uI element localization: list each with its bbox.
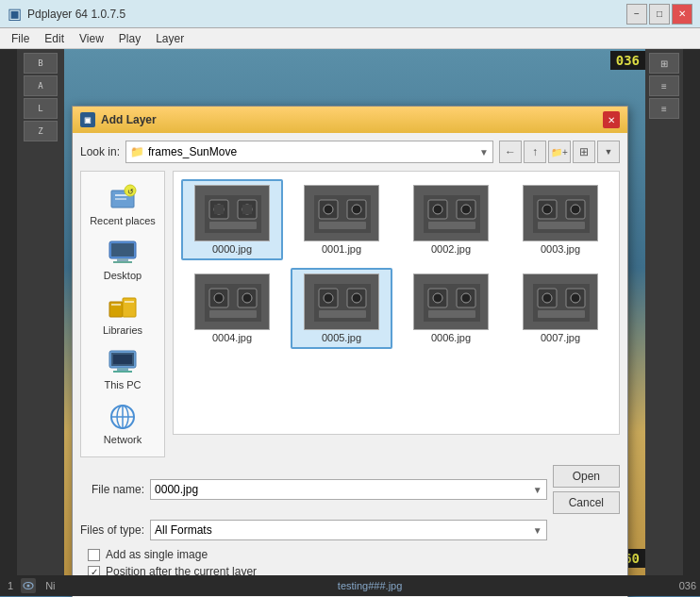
svg-point-81 <box>27 585 30 588</box>
current-filename: testing###.jpg <box>65 580 675 591</box>
svg-point-57 <box>214 293 224 303</box>
svg-rect-42 <box>428 222 475 229</box>
svg-rect-56 <box>209 310 257 318</box>
sidebar-item-this-pc[interactable]: This PC <box>85 343 160 394</box>
svg-rect-77 <box>538 310 585 318</box>
nav-back-button[interactable]: ← <box>499 141 522 163</box>
svg-point-65 <box>352 293 361 303</box>
sidebar-item-desktop[interactable]: Desktop <box>85 234 160 285</box>
lookin-chevron-icon: ▼ <box>479 147 489 158</box>
file-thumb-0006 <box>413 274 489 330</box>
nav-view2-button[interactable]: ▼ <box>597 141 620 163</box>
nav-up-button[interactable]: ↑ <box>524 141 546 163</box>
recent-places-icon: ↺ <box>108 183 138 213</box>
svg-rect-70 <box>428 310 475 318</box>
svg-point-50 <box>542 205 552 214</box>
menu-view[interactable]: View <box>72 30 111 47</box>
svg-rect-26 <box>209 222 257 229</box>
minimize-button[interactable]: − <box>626 4 647 25</box>
svg-rect-7 <box>113 261 132 263</box>
filetype-value: All Formats <box>155 523 212 537</box>
maximize-button[interactable]: □ <box>649 4 670 25</box>
file-label-0004: 0004.jpg <box>212 332 252 343</box>
sidebar-item-libraries[interactable]: Libraries <box>85 289 160 340</box>
lookin-select[interactable]: 📁 frames_SunMove ▼ <box>125 141 493 163</box>
svg-rect-30 <box>242 205 252 214</box>
svg-rect-11 <box>111 304 121 306</box>
dialog-title: Add Layer <box>101 113 157 126</box>
file-label-0007: 0007.jpg <box>541 332 580 343</box>
filetype-label: Files of type: <box>80 523 144 537</box>
svg-text:↺: ↺ <box>127 188 134 196</box>
button-area: Open Cancel <box>553 465 620 514</box>
svg-rect-49 <box>538 222 585 229</box>
filename-label: File name: <box>80 483 144 496</box>
sidebar-this-pc-label: This PC <box>104 379 141 390</box>
open-button[interactable]: Open <box>553 465 620 488</box>
svg-point-44 <box>461 205 471 214</box>
svg-point-64 <box>324 293 333 303</box>
svg-rect-15 <box>117 368 128 371</box>
menu-file[interactable]: File <box>4 30 37 47</box>
menu-play[interactable]: Play <box>111 30 148 47</box>
filetype-input[interactable]: All Formats ▼ <box>150 520 547 540</box>
content-area: ↺ Recent places <box>80 171 620 457</box>
file-label-0003: 0003.jpg <box>541 243 580 255</box>
menu-layer[interactable]: Layer <box>148 30 192 47</box>
file-thumb-0005 <box>304 274 379 330</box>
lookin-value: frames_SunMove <box>148 145 237 158</box>
desktop-icon <box>108 238 138 268</box>
svg-rect-29 <box>214 205 224 214</box>
eye-icon[interactable] <box>21 578 36 593</box>
menu-bar: File Edit View Play Layer <box>0 28 700 49</box>
sidebar-item-recent-places[interactable]: ↺ Recent places <box>85 179 160 230</box>
nav-new-folder-button[interactable]: 📁+ <box>548 141 571 163</box>
svg-rect-35 <box>319 222 366 229</box>
checkbox-row-single-image: Add as single image <box>88 548 620 561</box>
svg-point-51 <box>571 205 580 214</box>
lookin-row: Look in: 📁 frames_SunMove ▼ ← ↑ 📁+ ⊞ ▼ <box>80 141 620 163</box>
file-item-0007[interactable]: 0007.jpg <box>509 268 611 349</box>
sidebar-libraries-label: Libraries <box>103 324 142 336</box>
cancel-button[interactable]: Cancel <box>553 491 620 514</box>
file-item-0006[interactable]: 0006.jpg <box>400 268 502 349</box>
svg-point-58 <box>242 293 252 303</box>
file-sidebar: ↺ Recent places <box>80 171 165 457</box>
svg-point-79 <box>571 293 580 303</box>
svg-rect-17 <box>113 355 132 364</box>
svg-rect-16 <box>113 371 132 373</box>
file-item-0005[interactable]: 0005.jpg <box>291 268 392 349</box>
sidebar-network-label: Network <box>104 434 142 445</box>
sidebar-desktop-label: Desktop <box>104 270 142 281</box>
main-area: B A L Z ⊞ ≡ ≡ 360 036 ▣ Add Layer ✕ <box>0 49 700 596</box>
frame-number: 1 <box>4 580 17 591</box>
lookin-folder-icon: 📁 <box>130 145 144 158</box>
single-image-label: Add as single image <box>106 548 208 561</box>
close-button[interactable]: ✕ <box>672 4 692 25</box>
file-item-0001[interactable]: 0001.jpg <box>291 179 392 260</box>
file-thumb-0004 <box>194 274 270 330</box>
file-thumb-0000 <box>194 185 270 241</box>
svg-rect-8 <box>111 243 134 257</box>
file-item-0000[interactable]: 0000.jpg <box>181 179 283 260</box>
single-image-checkbox[interactable] <box>88 549 100 561</box>
this-pc-icon <box>108 347 138 377</box>
svg-rect-2 <box>115 198 126 200</box>
title-bar-controls: − □ ✕ <box>626 4 692 25</box>
file-grid: 0000.jpg <box>173 171 620 435</box>
file-item-0002[interactable]: 0002.jpg <box>400 179 502 260</box>
file-thumb-0002 <box>413 185 489 241</box>
filetype-chevron-icon: ▼ <box>533 525 542 536</box>
menu-edit[interactable]: Edit <box>37 30 72 47</box>
svg-point-43 <box>433 205 442 214</box>
sidebar-recent-label: Recent places <box>90 215 156 226</box>
lookin-label: Look in: <box>80 145 120 158</box>
filename-input[interactable]: 0000.jpg ▼ <box>150 479 547 500</box>
sidebar-item-network[interactable]: Network <box>85 398 160 449</box>
dialog-icon: ▣ <box>80 112 95 127</box>
dialog-close-button[interactable]: ✕ <box>603 111 620 128</box>
nav-view-button[interactable]: ⊞ <box>573 141 595 163</box>
file-item-0003[interactable]: 0003.jpg <box>509 179 611 260</box>
file-item-0004[interactable]: 0004.jpg <box>181 268 283 349</box>
svg-rect-63 <box>319 310 366 318</box>
